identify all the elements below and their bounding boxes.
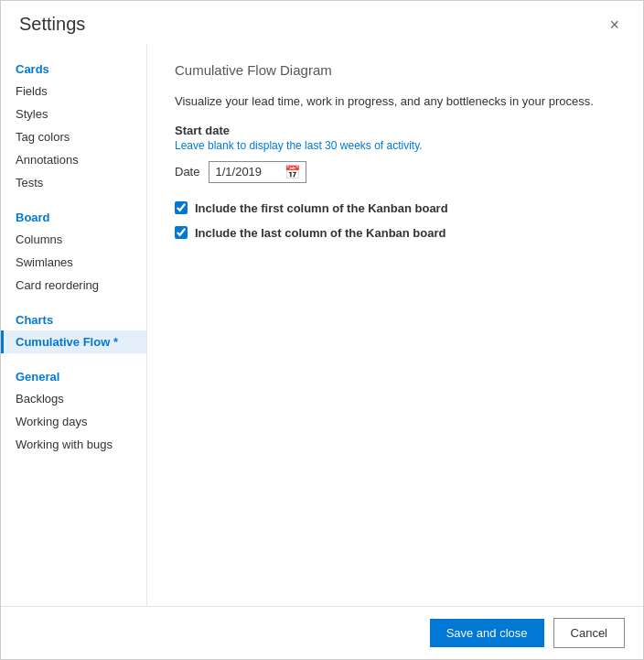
sidebar-item-backlogs[interactable]: Backlogs bbox=[1, 387, 146, 410]
sidebar-item-swimlanes[interactable]: Swimlanes bbox=[1, 251, 146, 274]
checkbox-row-last-column: Include the last column of the Kanban bo… bbox=[175, 226, 616, 240]
include-last-column-label: Include the last column of the Kanban bo… bbox=[195, 226, 445, 240]
checkbox-row-first-column: Include the first column of the Kanban b… bbox=[175, 201, 616, 215]
description-text: Visualize your lead time, work in progre… bbox=[175, 92, 616, 111]
sidebar-item-working-with-bugs[interactable]: Working with bugs bbox=[1, 433, 146, 456]
sidebar-item-tag-colors[interactable]: Tag colors bbox=[1, 125, 146, 148]
sidebar-item-tests[interactable]: Tests bbox=[1, 171, 146, 194]
date-input[interactable] bbox=[215, 165, 279, 179]
calendar-icon[interactable]: 📅 bbox=[284, 165, 300, 179]
date-row: Date 📅 bbox=[175, 161, 616, 183]
content-title: Cumulative Flow Diagram bbox=[175, 62, 616, 78]
dialog-title: Settings bbox=[19, 14, 85, 35]
save-and-close-button[interactable]: Save and close bbox=[430, 619, 544, 647]
sidebar-item-fields[interactable]: Fields bbox=[1, 80, 146, 103]
sidebar-item-styles[interactable]: Styles bbox=[1, 103, 146, 125]
include-last-column-checkbox[interactable] bbox=[175, 226, 188, 239]
date-label: Date bbox=[175, 165, 199, 179]
include-first-column-label: Include the first column of the Kanban b… bbox=[195, 201, 448, 215]
sidebar-item-columns[interactable]: Columns bbox=[1, 228, 146, 251]
sidebar-item-annotations[interactable]: Annotations bbox=[1, 148, 146, 171]
sidebar: Cards Fields Styles Tag colors Annotatio… bbox=[1, 44, 147, 606]
sidebar-section-cards: Cards bbox=[1, 53, 146, 80]
start-date-hint: Leave blank to display the last 30 weeks… bbox=[175, 139, 616, 152]
sidebar-section-charts: Charts bbox=[1, 304, 146, 330]
include-first-column-checkbox[interactable] bbox=[175, 201, 188, 214]
sidebar-item-card-reordering[interactable]: Card reordering bbox=[1, 274, 146, 297]
sidebar-section-general: General bbox=[1, 361, 146, 387]
sidebar-item-working-days[interactable]: Working days bbox=[1, 410, 146, 433]
sidebar-section-board: Board bbox=[1, 201, 146, 228]
sidebar-item-cumulative-flow[interactable]: Cumulative Flow * bbox=[1, 330, 146, 353]
dialog-header: Settings × bbox=[1, 1, 643, 44]
settings-dialog: Settings × Cards Fields Styles Tag color… bbox=[0, 0, 644, 660]
close-button[interactable]: × bbox=[604, 15, 625, 35]
main-content: Cumulative Flow Diagram Visualize your l… bbox=[147, 44, 643, 606]
dialog-body: Cards Fields Styles Tag colors Annotatio… bbox=[1, 44, 643, 606]
start-date-label: Start date bbox=[175, 124, 616, 137]
date-input-wrap: 📅 bbox=[209, 161, 306, 183]
cancel-button[interactable]: Cancel bbox=[553, 618, 625, 648]
dialog-footer: Save and close Cancel bbox=[1, 606, 643, 659]
